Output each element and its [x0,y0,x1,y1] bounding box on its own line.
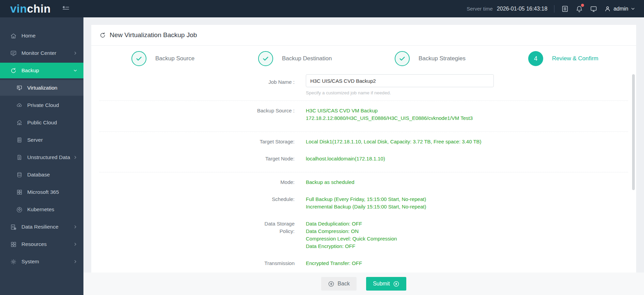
back-button[interactable]: Back [321,277,357,291]
step-backup-source[interactable]: Backup Source [131,51,194,66]
chevron-right-icon [73,260,77,264]
sidebar-item-label: Data Resilience [21,224,59,230]
sidebar-item-data-resilience[interactable]: Data Resilience [0,219,83,235]
row-label: Data Storage Policy: [259,220,295,250]
user-menu[interactable]: admin [604,5,635,12]
refresh-icon[interactable] [99,32,106,38]
row-label: Target Node: [265,155,295,162]
notifications-bell-icon[interactable] [576,5,583,13]
job-name-row: Job Name : [91,77,636,87]
review-row-mode: Mode: Backup as scheduled [91,178,636,186]
sidebar-item-database[interactable]: Database [0,167,83,183]
database-icon [16,172,22,178]
notification-badge [581,4,584,7]
job-name-hint: Specify a customized job name if needed. [306,90,636,96]
step-review-confirm[interactable]: 4 Review & Confirm [528,51,598,66]
monitor-chart-icon [10,50,17,57]
review-row-target-storage: Target Storage: Local Disk1(172.18.1.10,… [91,138,636,145]
server-time-label: Server time [467,6,493,12]
row-value-line: Encrypted Transfer: OFF [306,260,362,267]
data-resilience-icon [10,224,17,230]
sidebar-item-backup[interactable]: Backup [0,63,83,78]
review-row-schedule: Schedule: Full Backup (Every Friday, 15:… [91,196,636,211]
sidebar-item-label: Microsoft 365 [27,189,59,195]
row-value-line: Incremental Backup (Daily 15:15:00 Start… [306,203,426,211]
private-cloud-icon [16,102,22,108]
sidebar-item-public-cloud[interactable]: Public Cloud [0,115,83,130]
sidebar-item-label: Kubernetes [27,206,54,213]
logs-icon[interactable] [561,5,569,13]
sidebar-item-private-cloud[interactable]: Private Cloud [0,97,83,113]
logo-text-primary: vin [10,2,27,15]
chevron-right-icon [73,51,77,55]
sidebar-item-kubernetes[interactable]: Kubernetes [0,202,83,217]
sidebar-item-home[interactable]: Home [0,28,83,44]
scrollbar-thumb[interactable] [632,74,635,190]
review-row-transmission: Transmission Encrypted Transfer: OFF [91,260,636,267]
row-label: Transmission [264,260,295,267]
submit-button[interactable]: Submit [366,277,406,291]
sidebar-item-microsoft-365[interactable]: Microsoft 365 [0,184,83,200]
resources-icon [10,241,17,248]
server-icon [16,137,22,143]
step-backup-strategies[interactable]: Backup Strategies [395,51,466,66]
row-value-line: localhost.localdomain(172.18.1.10) [306,155,385,162]
vinchin-logo: vinchin [10,3,51,14]
sidebar-item-server[interactable]: Server [0,132,83,148]
step-check-circle [131,51,146,66]
sidebar-item-resources[interactable]: Resources [0,236,83,252]
step-label: Backup Strategies [419,55,466,62]
section-divider [99,131,628,132]
row-value-line: 172.18.2.12:8080/H3C_UIS_E0886/H3C_UIS_E… [306,114,473,122]
sidebar-item-label: Private Cloud [27,102,59,108]
section-divider [99,100,628,101]
console-monitor-icon[interactable] [590,5,597,13]
sidebar-item-label: Public Cloud [27,120,57,126]
row-value-line: Data Encryption: OFF [306,243,397,250]
review-row-data-storage-policy: Data Storage Policy: Data Deduplication:… [91,220,636,250]
row-value-line: Full Backup (Every Friday, 15:15:00 Star… [306,196,426,203]
card-header: New Virtualization Backup Job [91,25,636,46]
review-row-target-node: Target Node: localhost.localdomain(172.1… [91,155,636,162]
review-form: Job Name : Specify a customized job name… [91,69,636,267]
user-icon [604,5,611,12]
chevron-right-icon [73,242,77,246]
step-backup-destination[interactable]: Backup Destination [258,51,332,66]
logo-text-secondary: chin [27,2,51,15]
sidebar-item-system[interactable]: System [0,254,83,269]
public-cloud-icon [16,120,22,126]
job-name-input[interactable] [306,74,494,87]
step-number-circle: 4 [528,51,543,66]
sidebar-item-label: Backup [21,67,39,74]
sidebar-item-virtualization[interactable]: Virtualization [0,80,83,96]
gear-icon [10,259,17,265]
circled-arrow-left-icon [328,281,334,287]
check-icon [135,55,143,62]
check-icon [262,55,269,62]
grid-icon [16,189,22,195]
sidebar-item-unstructured-data[interactable]: Unstructured Data [0,150,83,165]
sidebar-collapse-icon[interactable] [62,5,70,13]
chevron-right-icon [73,155,77,159]
row-value-line: Compression Level: Quick Compression [306,235,397,243]
top-bar: vinchin Server time 2026-01-05 16:43:18 [0,0,644,17]
topbar-divider [554,5,554,13]
sidebar-item-monitor-center[interactable]: Monitor Center [0,45,83,61]
row-label: Target Storage: [260,138,295,145]
sidebar-item-label: Resources [21,241,47,247]
wizard-footer: Back Submit [83,273,644,295]
app-root: vinchin Server time 2026-01-05 16:43:18 [0,0,644,295]
submit-button-label: Submit [373,281,390,287]
row-value-line: Backup as scheduled [306,178,355,186]
username: admin [613,6,628,12]
step-label: Backup Source [155,55,194,62]
row-value-line: H3C UIS/CAS CVD VM Backup [306,107,473,114]
sidebar-item-label: Monitor Center [21,50,57,56]
sidebar-item-label: Database [27,172,50,178]
chevron-down-icon [631,6,635,11]
check-icon [398,55,406,62]
step-check-circle [258,51,273,66]
job-name-label: Job Name : [268,78,295,86]
vm-monitor-icon [16,85,22,91]
row-value-line: Data Deduplication: OFF [306,220,397,228]
